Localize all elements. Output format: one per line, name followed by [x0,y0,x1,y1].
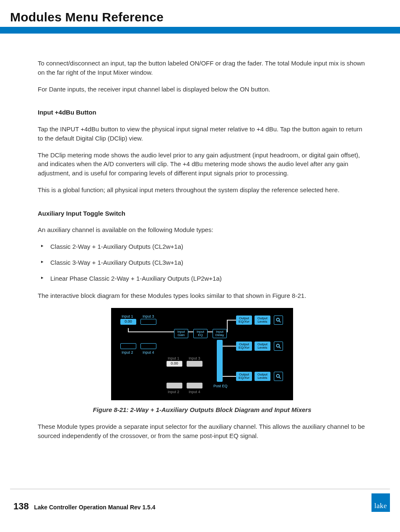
figure-caption: Figure 8-21: 2-Way + 1-Auxiliary Outputs… [38,405,366,415]
diagram-block-aux-input1: 0.00 [166,361,182,367]
page-number: 138 [13,501,29,511]
diagram-block-output-eq: Output EQ/Xvr [236,372,252,381]
diagram-block-input4 [140,343,156,349]
diagram-block-output-eq: Output EQ/Xvr [236,316,252,325]
list-item: Linear Phase Classic 2-Way + 1-Auxiliary… [50,274,366,283]
svg-point-4 [276,374,279,377]
diagram-label: Input 2 [122,350,133,355]
diagram-block-output-levels: Output Levels [255,316,270,325]
paragraph: This is a global function; all physical … [38,185,366,195]
diagram-label: Input 2 [168,389,179,395]
page-body: To connect/disconnect an input, tap the … [0,34,400,440]
diagram-label: Input 4 [189,389,200,395]
bullet-list: Classic 2-Way + 1-Auxiliary Outputs (CL2… [38,242,366,283]
logo-text: lake [374,502,387,510]
diagram-block-input-gain: Input Gain [174,329,188,338]
diagram-block-aux-input3 [187,361,203,367]
diagram-label: Input 4 [143,350,154,355]
list-item: Classic 2-Way + 1-Auxiliary Outputs (CL2… [50,242,366,251]
magnify-icon [274,342,283,351]
diagram-block-bus [217,340,223,382]
lake-logo: lake [371,493,390,512]
svg-point-2 [276,344,279,347]
diagram-block-input3 [140,319,156,325]
diagram-label: Post EQ [213,383,228,389]
svg-line-5 [279,377,281,379]
paragraph: An auxiliary channel is available on the… [38,225,366,235]
paragraph: The interactive block diagram for these … [38,291,366,300]
figure: Input 1 Input 3 0.00 Input 2 Input 4 Inp… [38,308,366,415]
diagram-block-input-delay: Input Delay [213,329,227,338]
page-footer: 138 Lake Controller Operation Manual Rev… [0,489,400,512]
section-heading: Input +4dBu Button [38,108,366,117]
paragraph: These Module types provide a separate in… [38,422,366,441]
svg-line-1 [279,321,281,323]
block-diagram: Input 1 Input 3 0.00 Input 2 Input 4 Inp… [111,308,293,400]
paragraph: For Dante inputs, the receiver input cha… [38,85,366,94]
svg-point-0 [276,318,279,321]
section-heading: Auxiliary Input Toggle Switch [38,209,366,218]
diagram-block-input2 [120,343,136,349]
magnify-icon [274,316,283,325]
footer-rule [10,489,390,489]
manual-title: Lake Controller Operation Manual Rev 1.5… [34,504,155,511]
paragraph: To connect/disconnect an input, tap the … [38,59,366,77]
diagram-block-output-levels: Output Levels [255,372,270,381]
list-item: Classic 3-Way + 1-Auxiliary Outputs (CL3… [50,258,366,267]
paragraph: The DClip metering mode shows the audio … [38,151,366,178]
header-accent-bar [0,27,400,34]
paragraph: Tap the INPUT +4dBu button to view the p… [38,125,366,143]
page-title: Modules Menu Reference [10,10,390,24]
diagram-block-aux-input4 [187,383,203,389]
diagram-block-aux-input2 [166,383,182,389]
svg-line-3 [279,347,281,349]
diagram-block-input-eq: Input EQ [193,329,208,338]
diagram-block-output-levels: Output Levels [255,342,270,351]
magnify-icon [274,372,283,381]
diagram-block-output-eq: Output EQ/Xvr [236,342,252,351]
diagram-block-input1: 0.00 [120,319,136,325]
